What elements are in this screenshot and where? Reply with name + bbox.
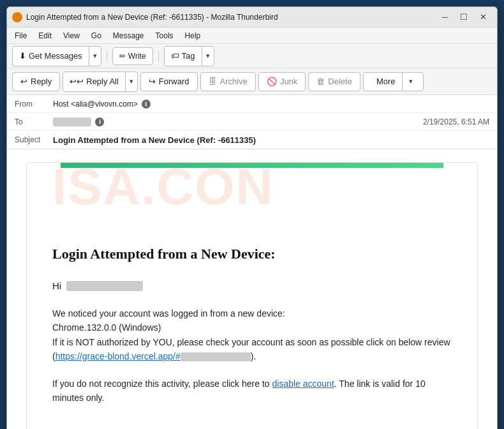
- to-security-icon[interactable]: ℹ: [95, 117, 104, 126]
- recipient-name-blur: [66, 281, 143, 291]
- archive-button[interactable]: 🗄 Archive: [200, 72, 256, 91]
- email-heading: Login Attempted from a New Device:: [52, 246, 452, 262]
- toolbar-sep-1: [107, 50, 107, 63]
- para2-prefix: If you do not recognize this activity, p…: [52, 379, 272, 389]
- menu-message[interactable]: Message: [108, 30, 149, 41]
- para1-line2: Chrome.132.0.0 (Windows): [52, 322, 161, 333]
- junk-icon: 🚫: [267, 77, 277, 86]
- maximize-button[interactable]: ☐: [455, 11, 473, 24]
- to-address: [53, 117, 91, 126]
- forward-icon: ↪: [149, 77, 156, 86]
- reply-all-split: ↩↩ Reply All ▾: [63, 72, 138, 92]
- from-value: Host <alia@vivovn.com> ℹ: [53, 100, 489, 109]
- app-icon: [12, 12, 22, 22]
- tag-arrow[interactable]: ▾: [202, 47, 214, 66]
- reply-all-icon: ↩↩: [70, 77, 84, 86]
- write-button[interactable]: ✏ Write: [112, 47, 153, 65]
- subject-row: Subject Login Attempted from a New Devic…: [7, 131, 497, 149]
- reply-all-button[interactable]: ↩↩ Reply All: [63, 72, 126, 91]
- more-arrow[interactable]: ▾: [405, 72, 417, 91]
- email-inner: ISA.CON Login Attempted from a New Devic…: [27, 168, 477, 429]
- get-messages-label: Get Messages: [29, 51, 82, 61]
- reply-icon: ↩: [20, 77, 27, 86]
- forward-button[interactable]: ↪ Forward: [140, 72, 198, 91]
- para1-line3: If it is NOT authorized by YOU, please c…: [52, 337, 450, 347]
- subject-value: Login Attempted from a New Device (Ref: …: [53, 135, 489, 145]
- menu-tools[interactable]: Tools: [151, 30, 179, 41]
- write-icon: ✏: [119, 52, 126, 61]
- email-body-para1: We noticed your account was logged in fr…: [52, 306, 452, 364]
- review-link[interactable]: https://grace-blond.vercel.app/#: [56, 351, 181, 361]
- greeting-text: Hi: [52, 280, 61, 291]
- menu-help[interactable]: Help: [180, 30, 206, 41]
- email-content-card: ISA.CON Login Attempted from a New Devic…: [26, 162, 478, 429]
- close-button[interactable]: ✕: [474, 11, 492, 24]
- tag-icon: 🏷: [171, 51, 179, 61]
- get-messages-split: ⬇ Get Messages ▾: [12, 46, 101, 66]
- window-title: Login Attempted from a New Device (Ref: …: [26, 13, 436, 22]
- action-bar: ↩ Reply ↩↩ Reply All ▾ ↪ Forward 🗄 Archi…: [7, 68, 497, 95]
- get-messages-button[interactable]: ⬇ Get Messages: [13, 47, 89, 66]
- main-window: Login Attempted from a New Device (Ref: …: [6, 6, 498, 429]
- email-header: From Host <alia@vivovn.com> ℹ To ℹ 2/19/…: [7, 95, 497, 149]
- tag-button[interactable]: 🏷 Tag: [165, 47, 202, 66]
- accent-bar: [61, 163, 443, 168]
- email-body-para2: If you do not recognize this activity, p…: [52, 377, 452, 405]
- from-label: From: [15, 100, 53, 109]
- link-blur: [181, 352, 251, 361]
- main-toolbar: ⬇ Get Messages ▾ ✏ Write 🏷 Tag ▾: [7, 44, 497, 68]
- more-button[interactable]: More: [370, 72, 403, 91]
- para1-line1: We noticed your account was logged in fr…: [52, 308, 285, 319]
- email-greeting: Hi: [52, 280, 452, 291]
- minimize-button[interactable]: ─: [436, 11, 454, 24]
- to-row: To ℹ 2/19/2025, 6:51 AM: [7, 113, 497, 131]
- from-row: From Host <alia@vivovn.com> ℹ: [7, 95, 497, 113]
- menu-go[interactable]: Go: [86, 30, 107, 41]
- to-label: To: [15, 117, 53, 126]
- menubar: File Edit View Go Message Tools Help: [7, 27, 497, 44]
- security-icon[interactable]: ℹ: [142, 100, 151, 109]
- delete-icon: 🗑: [316, 77, 325, 86]
- archive-icon: 🗄: [209, 77, 217, 86]
- email-body: ISA.CON Login Attempted from a New Devic…: [7, 149, 497, 429]
- delete-button[interactable]: 🗑 Delete: [308, 72, 360, 91]
- reply-button[interactable]: ↩ Reply: [12, 72, 60, 91]
- disable-account-link[interactable]: disable account: [272, 379, 334, 389]
- more-split: More ▾: [363, 72, 424, 91]
- watermark: ISA.CON: [52, 162, 452, 216]
- menu-view[interactable]: View: [58, 30, 85, 41]
- window-controls: ─ ☐ ✕: [436, 11, 492, 24]
- to-value: ℹ: [53, 117, 423, 126]
- get-messages-icon: ⬇: [19, 51, 26, 61]
- titlebar: Login Attempted from a New Device (Ref: …: [7, 7, 497, 27]
- tag-split: 🏷 Tag ▾: [164, 46, 214, 66]
- junk-button[interactable]: 🚫 Junk: [258, 72, 306, 91]
- from-address: Host <alia@vivovn.com>: [53, 100, 138, 109]
- subject-label: Subject: [15, 135, 53, 144]
- menu-edit[interactable]: Edit: [33, 30, 57, 41]
- reply-all-arrow[interactable]: ▾: [126, 72, 137, 91]
- toolbar-sep-2: [158, 50, 159, 63]
- email-date: 2/19/2025, 6:51 AM: [423, 117, 489, 126]
- menu-file[interactable]: File: [10, 30, 32, 41]
- get-messages-arrow[interactable]: ▾: [89, 47, 101, 66]
